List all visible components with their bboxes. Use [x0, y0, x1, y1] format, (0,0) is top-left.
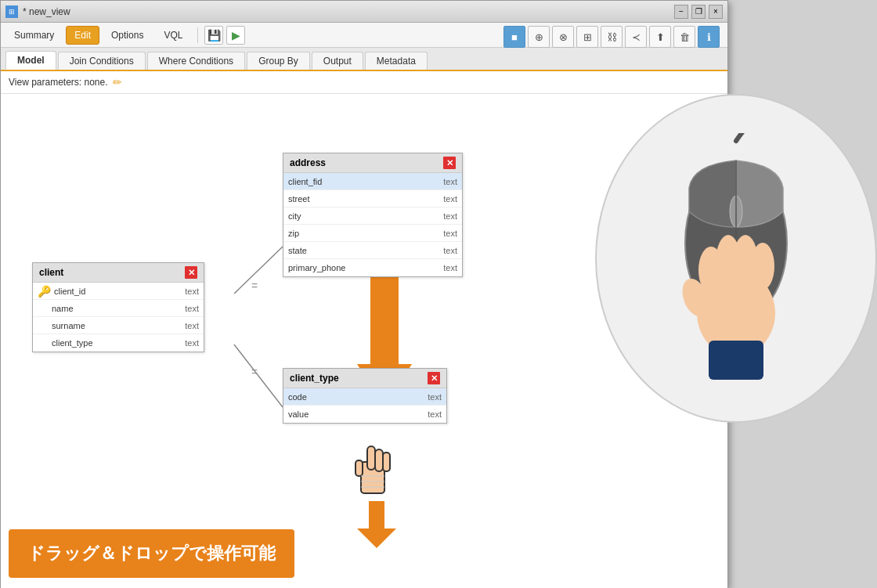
right-toolbar: ■ ⊕ ⊗ ⊞ ⛓ ≺ ⬆ 🗑 ℹ: [503, 26, 720, 48]
join-conditions-tab[interactable]: Join Conditions: [58, 52, 146, 70]
tree-button[interactable]: ⊗: [552, 26, 574, 48]
view-params-text: View parameters: none.: [9, 77, 108, 88]
client-type-row-value: value text: [283, 406, 446, 423]
svg-line-0: [234, 247, 283, 294]
restore-button[interactable]: ❐: [691, 5, 706, 19]
svg-rect-8: [367, 446, 375, 470]
svg-point-23: [751, 243, 774, 290]
toolbar-separator: [197, 27, 198, 43]
grid-button[interactable]: ⊞: [576, 26, 598, 48]
window-title: * new_view: [23, 6, 674, 17]
client-table: client ✕ 🔑 client_id text name text surn…: [32, 262, 204, 352]
address-row-street: street text: [283, 190, 462, 207]
info-button[interactable]: ℹ: [698, 26, 720, 48]
client-table-name: client: [39, 267, 63, 278]
upload-button[interactable]: ⬆: [649, 26, 671, 48]
address-row-primary_phone: primary_phone text: [283, 259, 462, 276]
where-conditions-tab[interactable]: Where Conditions: [147, 52, 245, 70]
address-row-city: city text: [283, 207, 462, 225]
group-by-tab[interactable]: Group By: [247, 52, 310, 70]
cursor-hand-icon: [345, 431, 400, 510]
svg-text:=: =: [251, 280, 258, 292]
svg-line-1: [234, 345, 283, 407]
tab-vql[interactable]: VQL: [155, 26, 191, 45]
tab-bar: Model Join Conditions Where Conditions G…: [1, 48, 727, 71]
minimize-button[interactable]: −: [674, 5, 688, 19]
svg-rect-10: [383, 453, 390, 471]
key-icon: 🔑: [38, 285, 51, 298]
address-table-close[interactable]: ✕: [443, 157, 456, 169]
close-button[interactable]: ×: [709, 5, 723, 19]
tab-edit[interactable]: Edit: [66, 26, 99, 45]
hand-cursor-svg: [345, 431, 400, 501]
client-type-table-header: client_type ✕: [283, 369, 446, 388]
address-table-header: address ✕: [283, 153, 462, 173]
tab-options[interactable]: Options: [103, 26, 152, 45]
client-table-close[interactable]: ✕: [185, 266, 197, 279]
share-button[interactable]: ≺: [625, 26, 647, 48]
tab-summary[interactable]: Summary: [5, 26, 63, 45]
run-button[interactable]: ▶: [226, 26, 245, 45]
window-controls: − ❐ ×: [674, 5, 723, 19]
svg-text:=: =: [251, 366, 258, 378]
metadata-tab[interactable]: Metadata: [365, 52, 428, 70]
model-tab[interactable]: Model: [5, 51, 56, 70]
address-table: address ✕ client_fid text street text ci…: [283, 153, 463, 277]
client-table-header: client ✕: [33, 263, 204, 283]
address-row-client_fid: client_fid text: [283, 173, 462, 190]
client-type-row-code: code text: [283, 388, 446, 406]
client-row-surname: surname text: [33, 317, 204, 334]
client-row-client_type: client_type text: [33, 334, 204, 352]
address-table-name: address: [290, 157, 326, 168]
address-row-zip: zip text: [283, 225, 462, 242]
title-bar: ⊞ * new_view − ❐ ×: [1, 1, 727, 23]
save-icon: 💾: [208, 29, 221, 41]
mouse-illustration-circle: [595, 94, 877, 423]
save-button[interactable]: 💾: [204, 26, 223, 45]
svg-rect-25: [709, 341, 763, 380]
toolbar: Summary Edit Options VQL 💾 ▶ ■ ⊕ ⊗ ⊞ ⛓ ≺…: [1, 23, 727, 48]
link-button[interactable]: ⛓: [601, 26, 623, 48]
delete-button[interactable]: 🗑: [673, 26, 695, 48]
client-type-table: client_type ✕ code text value text: [283, 368, 447, 424]
view-params-bar: View parameters: none. ✏: [1, 71, 727, 94]
client-type-table-close[interactable]: ✕: [428, 372, 440, 384]
svg-rect-11: [355, 460, 363, 476]
edit-params-icon[interactable]: ✏: [113, 76, 122, 88]
client-type-table-name: client_type: [290, 373, 339, 384]
hierarchy-button[interactable]: ⊕: [528, 26, 550, 48]
table-view-button[interactable]: ■: [503, 26, 525, 48]
address-row-state: state text: [283, 242, 462, 259]
output-tab[interactable]: Output: [312, 52, 363, 70]
client-row-client_id: 🔑 client_id text: [33, 283, 204, 300]
window-icon: ⊞: [5, 5, 18, 18]
run-icon: ▶: [232, 29, 240, 41]
drag-drop-label: ドラッグ＆ドロップで操作可能: [9, 529, 294, 578]
client-row-name: name text: [33, 300, 204, 317]
svg-rect-9: [375, 449, 383, 471]
mouse-svg: [650, 133, 822, 384]
